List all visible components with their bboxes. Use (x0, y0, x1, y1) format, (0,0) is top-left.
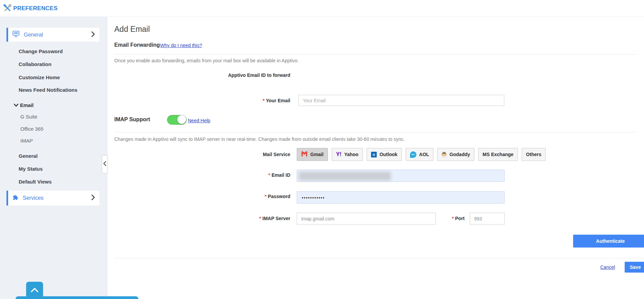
chevron-down-icon (14, 102, 18, 108)
required-asterisk: * (262, 98, 264, 103)
imap-sync-description: Changes made in Apptivo will sync to IMA… (114, 136, 405, 142)
sidebar-group-email[interactable]: Email (14, 102, 34, 108)
sidebar-item-customize-home[interactable]: Customize Home (19, 74, 60, 80)
sidebar-item-services-section[interactable]: Services (6, 191, 99, 206)
sidebar-item-my-status[interactable]: My Status (19, 166, 43, 172)
mail-service-ms-exchange-button[interactable]: MS Exchange (478, 148, 518, 161)
chevron-right-icon (91, 195, 95, 201)
sidebar-item-collaboration[interactable]: Collaboration (19, 61, 52, 67)
aol-icon: Aol. (410, 151, 416, 158)
divider (114, 54, 638, 55)
port-label: *Port (437, 216, 465, 221)
need-help-link[interactable]: Need Help (188, 118, 210, 123)
imap-server-label: *IMAP Server (114, 216, 290, 221)
password-label: *Password (114, 194, 290, 199)
sidebar-item-label: General (24, 32, 43, 38)
sidebar-item-general-section[interactable]: General (6, 28, 99, 42)
mail-service-godaddy-button[interactable]: Godaddy (437, 148, 474, 161)
chevron-left-icon (103, 161, 106, 167)
preferences-tools-icon (3, 4, 12, 14)
your-email-input[interactable] (298, 95, 504, 106)
sidebar-item-change-password[interactable]: Change Password (19, 48, 63, 54)
email-id-input[interactable] (297, 170, 505, 182)
email-id-label: *Email ID (114, 172, 290, 178)
password-masked-value: ••••••••••• (297, 192, 504, 204)
sidebar: General Change Password Collaboration Cu… (0, 17, 107, 299)
imap-server-input[interactable] (297, 213, 436, 225)
your-email-label: *Your Email (114, 98, 290, 103)
sidebar-item-news-feed-notifications[interactable]: News Feed Notifications (19, 87, 77, 93)
sidebar-item-g-suite[interactable]: G Suite (20, 114, 37, 120)
mail-service-yahoo-button[interactable]: Y! Yahoo (332, 148, 363, 161)
divider (114, 258, 644, 258)
mail-service-label: Mail Service (114, 152, 290, 157)
chevron-up-icon (30, 287, 39, 294)
mail-service-gmail-button[interactable]: Gmail (297, 148, 328, 161)
yahoo-icon: Y! (336, 151, 341, 157)
forwarding-description: Once you enable auto forwarding, emails … (114, 58, 299, 63)
mail-service-options: Gmail Y! Yahoo o Outlook Aol. AOL Godadd… (297, 148, 546, 161)
divider (114, 132, 638, 132)
godaddy-icon (442, 152, 447, 157)
mail-service-others-button[interactable]: Others (522, 148, 546, 161)
imap-support-toggle[interactable] (167, 115, 187, 125)
sidebar-item-label: Services (23, 195, 43, 201)
page-title: Add Email (114, 25, 150, 34)
imap-support-heading: IMAP Support (114, 116, 150, 123)
save-button[interactable]: Save (625, 262, 644, 273)
password-input[interactable]: ••••••••••• (297, 191, 505, 204)
redacted-email-value (299, 172, 391, 180)
top-header: PREFERENCES (0, 0, 644, 17)
apptivo-email-id-to-forward-label: Apptivo Email ID to forward (114, 72, 290, 78)
outlook-icon: o (371, 152, 377, 157)
sidebar-group-email-label: Email (20, 102, 34, 108)
mail-service-aol-button[interactable]: Aol. AOL (406, 148, 434, 161)
cancel-link[interactable]: Cancel (600, 264, 615, 270)
port-input[interactable] (470, 213, 505, 225)
sidebar-item-imap[interactable]: IMAP (20, 138, 33, 144)
bottom-dock-bar[interactable] (16, 296, 138, 299)
toggle-knob (177, 115, 186, 124)
app-title: PREFERENCES (13, 5, 58, 12)
mail-service-outlook-button[interactable]: o Outlook (367, 148, 402, 161)
email-forwarding-heading: Email Forwarding (114, 42, 160, 48)
sidebar-collapse-toggle[interactable] (102, 155, 108, 173)
why-do-i-need-this-link[interactable]: Why do I need this? (160, 43, 202, 48)
puzzle-icon (13, 195, 18, 202)
sidebar-item-general[interactable]: General (19, 153, 38, 159)
chevron-right-icon (91, 31, 95, 38)
sidebar-item-default-views[interactable]: Default Views (19, 179, 52, 185)
gmail-icon (301, 151, 308, 157)
monitor-icon (13, 31, 19, 39)
authenticate-button[interactable]: Authenticate (573, 235, 644, 248)
sidebar-item-office-365[interactable]: Office 365 (20, 126, 43, 132)
